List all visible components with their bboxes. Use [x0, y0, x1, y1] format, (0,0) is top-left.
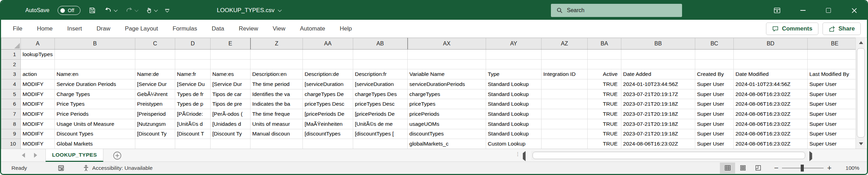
cell-AB4[interactable]: [serviceDuration — [353, 79, 408, 89]
cell-AY3[interactable]: Type — [486, 69, 542, 79]
cell-E3[interactable]: Name:es — [211, 69, 250, 79]
cell-BB2[interactable] — [621, 59, 695, 69]
cell-D6[interactable]: Types de p — [175, 99, 211, 109]
cell-Z5[interactable]: Identifies the va — [250, 89, 303, 99]
cell-AX10[interactable]: globalMarkets_c — [408, 139, 486, 149]
cell-B1[interactable] — [55, 50, 135, 60]
cell-B2[interactable] — [55, 59, 135, 69]
cell-BE1[interactable] — [808, 50, 862, 60]
cell-BA1[interactable] — [588, 50, 621, 60]
cell-AZ9[interactable] — [542, 129, 588, 139]
cell-AX9[interactable]: discountTypes — [408, 129, 486, 139]
row-header-10[interactable]: 10 — [1, 139, 21, 149]
document-title-area[interactable]: LOOKUP_TYPES.csv — [217, 1, 281, 20]
zoom-out-button[interactable]: − — [771, 164, 782, 173]
cell-BC2[interactable] — [695, 59, 734, 69]
accessibility-status[interactable]: Accessibility: Unavailable — [83, 165, 153, 172]
touch-mode-dropdown-chevron-icon[interactable] — [154, 8, 158, 12]
scroll-left-button[interactable] — [523, 153, 526, 159]
cell-B3[interactable]: Name:en — [55, 69, 135, 79]
cell-AB2[interactable] — [353, 59, 408, 69]
cell-AX7[interactable]: pricePeriods — [408, 109, 486, 119]
column-header-AZ[interactable]: AZ — [542, 38, 588, 50]
cell-D9[interactable]: [Discount T — [175, 129, 211, 139]
cell-AZ1[interactable] — [542, 50, 588, 60]
cell-Z7[interactable]: The time freque — [250, 109, 303, 119]
cell-BD5[interactable]: 2024-08-06T16:23:02Z — [734, 89, 808, 99]
cell-AY1[interactable] — [486, 50, 542, 60]
tab-insert[interactable]: Insert — [63, 23, 86, 34]
cell-BA3[interactable]: Active — [588, 69, 621, 79]
cell-C10[interactable] — [135, 139, 175, 149]
sheet-tab-lookup-types[interactable]: LOOKUP_TYPES — [45, 149, 103, 162]
cell-BC4[interactable]: Super User — [695, 79, 734, 89]
cell-AB8[interactable]: [UnitÃ©s de me — [353, 119, 408, 129]
column-header-D[interactable]: D — [175, 38, 211, 50]
cell-AA10[interactable] — [303, 139, 353, 149]
cell-A8[interactable]: MODIFY — [21, 119, 55, 129]
cell-BC5[interactable]: Super User — [695, 89, 734, 99]
cell-C1[interactable] — [135, 50, 175, 60]
cell-AA7[interactable]: [pricePeriods De — [303, 109, 353, 119]
cell-Z10[interactable] — [250, 139, 303, 149]
comments-button[interactable]: Comments — [766, 23, 818, 35]
cell-AB1[interactable] — [353, 50, 408, 60]
column-header-AX[interactable]: AX — [408, 38, 486, 50]
tab-file[interactable]: File — [9, 23, 26, 34]
vertical-scrollbar-thumb[interactable] — [857, 48, 865, 138]
horizontal-scrollbar-thumb[interactable] — [533, 152, 805, 159]
scrollbar-resize-handle[interactable]: ⁞ — [517, 151, 518, 158]
cell-BD10[interactable]: 2024-08-06T16:23:02Z — [734, 139, 808, 149]
column-header-BE[interactable]: BE — [808, 38, 862, 50]
cell-BE2[interactable] — [808, 59, 862, 69]
cell-Z2[interactable] — [250, 59, 303, 69]
cell-BD1[interactable] — [734, 50, 808, 60]
cell-AA6[interactable]: priceTypes Desc — [303, 99, 353, 109]
cell-BB8[interactable]: 2023-07-21T20:19:18Z — [621, 119, 695, 129]
cell-BE7[interactable]: Super User — [808, 109, 862, 119]
cell-C5[interactable]: GebÃ¼hrent — [135, 89, 175, 99]
cell-E2[interactable] — [211, 59, 250, 69]
cell-B4[interactable]: Service Duration Periods — [55, 79, 135, 89]
zoom-in-button[interactable]: + — [824, 164, 835, 173]
cell-AY7[interactable]: Standard Lookup — [486, 109, 542, 119]
undo-button[interactable] — [104, 7, 117, 14]
cell-AX8[interactable]: usageUOMs — [408, 119, 486, 129]
cell-AY5[interactable]: Standard Lookup — [486, 89, 542, 99]
cell-BC6[interactable]: Super User — [695, 99, 734, 109]
touch-mode-button[interactable] — [146, 7, 157, 14]
column-header-BA[interactable]: BA — [588, 38, 621, 50]
cell-B8[interactable]: Usage Units of Measure — [55, 119, 135, 129]
search-input[interactable]: Search — [551, 4, 682, 17]
cell-AX6[interactable]: priceTypes — [408, 99, 486, 109]
cell-E5[interactable]: Tipos de car — [211, 89, 250, 99]
cell-AZ2[interactable] — [542, 59, 588, 69]
ribbon-display-options-button[interactable] — [764, 1, 790, 20]
redo-button[interactable] — [125, 7, 137, 14]
cell-C6[interactable]: Preistypen — [135, 99, 175, 109]
cell-AZ8[interactable] — [542, 119, 588, 129]
cell-BC9[interactable]: Super User — [695, 129, 734, 139]
column-header-BD[interactable]: BD — [734, 38, 808, 50]
cell-A3[interactable]: action — [21, 69, 55, 79]
cell-BD9[interactable]: 2024-08-06T16:23:02Z — [734, 129, 808, 139]
cell-BE10[interactable]: Super User — [808, 139, 862, 149]
row-header-7[interactable]: 7 — [1, 109, 21, 119]
autosave-toggle[interactable]: Off — [58, 6, 80, 15]
cell-BE8[interactable]: Super User — [808, 119, 862, 129]
cell-AX3[interactable]: Variable Name — [408, 69, 486, 79]
row-header-2[interactable]: 2 — [1, 59, 21, 69]
cell-E6[interactable]: Tipos de pre — [211, 99, 250, 109]
cell-BE6[interactable]: Super User — [808, 99, 862, 109]
cell-AZ3[interactable]: Integration ID — [542, 69, 588, 79]
row-header-5[interactable]: 5 — [1, 89, 21, 99]
sheet-nav-previous-icon[interactable] — [22, 153, 25, 158]
tab-page-layout[interactable]: Page Layout — [121, 23, 162, 34]
cell-B7[interactable]: Price Periods — [55, 109, 135, 119]
redo-dropdown-chevron-icon[interactable] — [135, 8, 138, 12]
scroll-right-button[interactable] — [809, 153, 812, 159]
share-button[interactable]: Share — [823, 23, 861, 35]
zoom-slider-thumb[interactable] — [801, 165, 804, 172]
row-header-6[interactable]: 6 — [1, 99, 21, 109]
cell-BA8[interactable]: TRUE — [588, 119, 621, 129]
